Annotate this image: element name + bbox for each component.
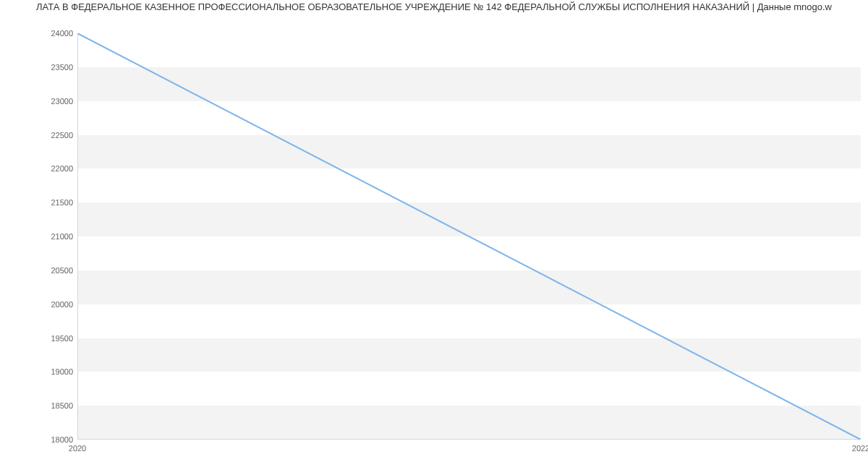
y-tick-label: 19500 — [51, 334, 77, 343]
y-tick-label: 20500 — [51, 266, 77, 275]
y-tick-label: 21500 — [51, 198, 77, 207]
y-tick-label: 19000 — [51, 367, 77, 376]
y-tick-label: 23500 — [51, 63, 77, 72]
y-tick-label: 23000 — [51, 97, 77, 106]
chart-container: ЛАТА В ФЕДЕРАЛЬНОЕ КАЗЕННОЕ ПРОФЕССИОНАЛ… — [0, 0, 868, 470]
series-svg — [77, 33, 861, 440]
chart-title: ЛАТА В ФЕДЕРАЛЬНОЕ КАЗЕННОЕ ПРОФЕССИОНАЛ… — [0, 1, 868, 12]
y-tick-label: 21000 — [51, 232, 77, 241]
y-tick-label: 20000 — [51, 300, 77, 309]
y-tick-label: 18500 — [51, 401, 77, 410]
y-tick-label: 22000 — [51, 164, 77, 173]
series-line — [77, 33, 861, 440]
y-tick-label: 24000 — [51, 29, 77, 38]
x-tick-label: 2020 — [69, 440, 86, 453]
y-tick-label: 22500 — [51, 131, 77, 140]
x-tick-label: 2022 — [852, 440, 868, 453]
plot-area: 1800018500190001950020000205002100021500… — [77, 33, 861, 440]
